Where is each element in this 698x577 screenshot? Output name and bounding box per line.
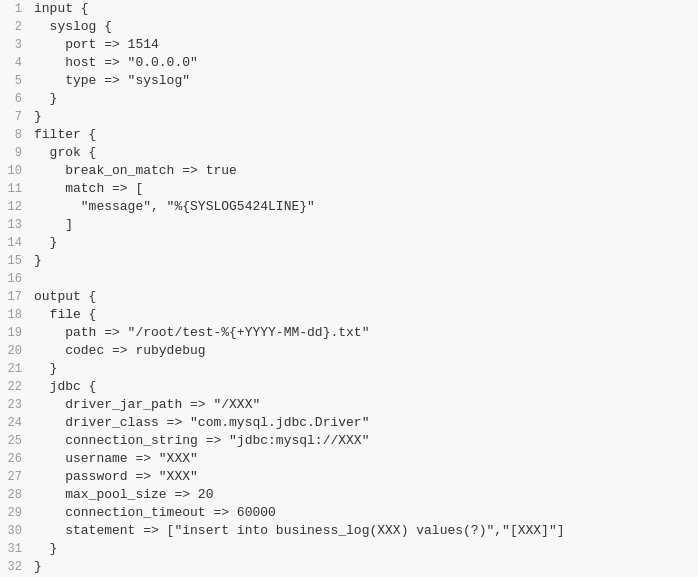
line-row: 11 match => [	[0, 180, 698, 198]
line-content: driver_class => "com.mysql.jdbc.Driver"	[30, 414, 698, 432]
line-number: 12	[0, 198, 30, 216]
line-number: 15	[0, 252, 30, 270]
line-number: 6	[0, 90, 30, 108]
line-number: 10	[0, 162, 30, 180]
line-number: 16	[0, 270, 30, 288]
line-row: 20 codec => rubydebug	[0, 342, 698, 360]
line-row: 12 "message", "%{SYSLOG5424LINE}"	[0, 198, 698, 216]
line-row: 9 grok {	[0, 144, 698, 162]
line-number: 19	[0, 324, 30, 342]
line-content: }	[30, 558, 698, 576]
line-content: break_on_match => true	[30, 162, 698, 180]
line-number: 1	[0, 0, 30, 18]
line-content: driver_jar_path => "/XXX"	[30, 396, 698, 414]
line-row: 7}	[0, 108, 698, 126]
line-content: "message", "%{SYSLOG5424LINE}"	[30, 198, 698, 216]
line-content: password => "XXX"	[30, 468, 698, 486]
line-row: 15}	[0, 252, 698, 270]
line-number: 25	[0, 432, 30, 450]
line-content: output {	[30, 288, 698, 306]
line-row: 24 driver_class => "com.mysql.jdbc.Drive…	[0, 414, 698, 432]
line-row: 2 syslog {	[0, 18, 698, 36]
line-content: syslog {	[30, 18, 698, 36]
line-row: 4 host => "0.0.0.0"	[0, 54, 698, 72]
line-number: 29	[0, 504, 30, 522]
line-number: 11	[0, 180, 30, 198]
line-number: 17	[0, 288, 30, 306]
line-number: 7	[0, 108, 30, 126]
code-container: 1input {2 syslog {3 port => 15144 host =…	[0, 0, 698, 577]
line-number: 27	[0, 468, 30, 486]
line-row: 14 }	[0, 234, 698, 252]
line-number: 9	[0, 144, 30, 162]
line-number: 23	[0, 396, 30, 414]
line-number: 5	[0, 72, 30, 90]
line-number: 2	[0, 18, 30, 36]
line-number: 32	[0, 558, 30, 576]
line-row: 1input {	[0, 0, 698, 18]
line-number: 26	[0, 450, 30, 468]
line-row: 21 }	[0, 360, 698, 378]
line-content: codec => rubydebug	[30, 342, 698, 360]
line-content: type => "syslog"	[30, 72, 698, 90]
line-number: 22	[0, 378, 30, 396]
line-content: username => "XXX"	[30, 450, 698, 468]
line-number: 14	[0, 234, 30, 252]
line-number: 8	[0, 126, 30, 144]
line-number: 20	[0, 342, 30, 360]
line-content: }	[30, 234, 698, 252]
line-content: match => [	[30, 180, 698, 198]
line-number: 21	[0, 360, 30, 378]
line-row: 10 break_on_match => true	[0, 162, 698, 180]
line-number: 31	[0, 540, 30, 558]
line-content: }	[30, 90, 698, 108]
line-content: file {	[30, 306, 698, 324]
line-content: }	[30, 252, 698, 270]
line-content: connection_timeout => 60000	[30, 504, 698, 522]
line-row: 8filter {	[0, 126, 698, 144]
line-row: 6 }	[0, 90, 698, 108]
line-row: 17output {	[0, 288, 698, 306]
line-row: 26 username => "XXX"	[0, 450, 698, 468]
line-content: jdbc {	[30, 378, 698, 396]
line-number: 18	[0, 306, 30, 324]
line-number: 24	[0, 414, 30, 432]
line-content: input {	[30, 0, 698, 18]
line-row: 13 ]	[0, 216, 698, 234]
line-content: path => "/root/test-%{+YYYY-MM-dd}.txt"	[30, 324, 698, 342]
line-number: 3	[0, 36, 30, 54]
line-row: 30 statement => ["insert into business_l…	[0, 522, 698, 540]
line-number: 13	[0, 216, 30, 234]
line-number: 28	[0, 486, 30, 504]
line-content: host => "0.0.0.0"	[30, 54, 698, 72]
line-row: 27 password => "XXX"	[0, 468, 698, 486]
line-row: 22 jdbc {	[0, 378, 698, 396]
line-row: 23 driver_jar_path => "/XXX"	[0, 396, 698, 414]
line-row: 19 path => "/root/test-%{+YYYY-MM-dd}.tx…	[0, 324, 698, 342]
line-row: 29 connection_timeout => 60000	[0, 504, 698, 522]
line-content: }	[30, 540, 698, 558]
line-row: 28 max_pool_size => 20	[0, 486, 698, 504]
line-row: 3 port => 1514	[0, 36, 698, 54]
line-content: }	[30, 108, 698, 126]
line-content: statement => ["insert into business_log(…	[30, 522, 698, 540]
line-row: 31 }	[0, 540, 698, 558]
line-content: connection_string => "jdbc:mysql://XXX"	[30, 432, 698, 450]
line-row: 16	[0, 270, 698, 288]
line-content: port => 1514	[30, 36, 698, 54]
line-content: ]	[30, 216, 698, 234]
line-content: max_pool_size => 20	[30, 486, 698, 504]
line-row: 18 file {	[0, 306, 698, 324]
line-row: 32}	[0, 558, 698, 576]
line-content: }	[30, 360, 698, 378]
line-number: 30	[0, 522, 30, 540]
line-number: 4	[0, 54, 30, 72]
line-content: grok {	[30, 144, 698, 162]
line-row: 5 type => "syslog"	[0, 72, 698, 90]
line-row: 25 connection_string => "jdbc:mysql://XX…	[0, 432, 698, 450]
line-content: filter {	[30, 126, 698, 144]
